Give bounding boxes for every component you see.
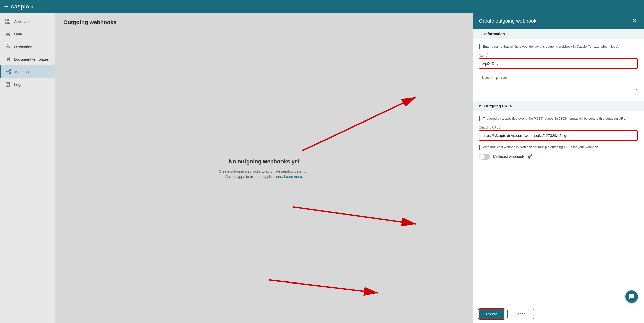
section-2-hint: Triggered by a specified event, the POST… — [479, 116, 638, 121]
url-field-group: Outgoing URL 1* — [479, 125, 638, 141]
sidebar-item-directories[interactable]: Directories — [0, 40, 55, 53]
logs-icon — [5, 82, 11, 87]
section-2-label: Outgoing URLs — [484, 104, 512, 108]
name-input[interactable] — [479, 58, 638, 69]
multicast-hint: With multicast webhooks, you can set mul… — [479, 145, 638, 150]
svg-line-19 — [302, 97, 416, 151]
data-icon — [5, 31, 11, 37]
chat-button[interactable] — [625, 290, 638, 303]
section-2-header: 2. Outgoing URLs — [473, 101, 644, 111]
outgoing-url-input[interactable] — [479, 130, 638, 141]
svg-point-10 — [7, 71, 8, 72]
modal-close-button[interactable]: ✕ — [631, 17, 638, 25]
multicast-row: Multicast webhook 🚀 — [479, 154, 638, 160]
sidebar-label-directories: Directories — [14, 45, 32, 49]
url-field-label: Outgoing URL 1* — [479, 125, 638, 129]
svg-point-12 — [10, 73, 11, 74]
svg-rect-0 — [6, 19, 7, 21]
sidebar-item-webhooks[interactable]: Webhooks — [0, 65, 55, 78]
name-field-group: Name* — [479, 53, 638, 69]
sidebar: Applications Data Directories — [0, 13, 55, 323]
sidebar-label-logs: Logs — [14, 82, 22, 87]
rocket-icon: 🚀 — [527, 154, 532, 159]
modal-body: 1. Information Enter a name that will he… — [473, 29, 644, 305]
multicast-toggle[interactable] — [479, 154, 490, 160]
description-field-group — [479, 73, 638, 92]
sidebar-item-document-templates[interactable]: Document templates — [0, 53, 55, 65]
section-1-hint: Enter a name that will help you identify… — [479, 44, 638, 49]
cancel-button[interactable]: Cancel — [507, 309, 534, 319]
modal-panel: Create outgoing webhook ✕ 1. Information… — [473, 13, 644, 323]
section-1-content: Enter a name that will help you identify… — [473, 39, 644, 101]
multicast-label: Multicast webhook — [493, 154, 524, 159]
section-1-label: Information — [484, 32, 505, 36]
create-button[interactable]: Create — [479, 309, 504, 319]
section-2-content: Triggered by a specified event, the POST… — [473, 111, 644, 165]
svg-rect-3 — [8, 22, 10, 24]
arrows-overlay — [55, 13, 473, 323]
section-1-number: 1. — [479, 32, 482, 36]
sidebar-item-logs[interactable]: Logs — [0, 78, 55, 91]
svg-point-5 — [7, 45, 9, 47]
sidebar-label-data: Data — [14, 32, 22, 36]
section-2-number: 2. — [479, 104, 482, 108]
svg-rect-2 — [6, 22, 7, 24]
logo: caspio ❋ — [11, 3, 34, 10]
section-1-header: 1. Information — [473, 29, 644, 39]
description-input[interactable] — [479, 73, 638, 91]
content-area: Outgoing webhooks No outgoing webhooks y… — [55, 13, 473, 323]
svg-point-4 — [6, 32, 10, 33]
sidebar-label-applications: Applications — [14, 19, 34, 24]
svg-line-20 — [293, 207, 416, 224]
main-layout: Applications Data Directories — [0, 13, 644, 323]
doc-icon — [5, 56, 11, 62]
modal-title: Create outgoing webhook — [479, 18, 536, 24]
svg-rect-1 — [8, 19, 10, 21]
toggle-knob — [479, 154, 485, 159]
modal-header: Create outgoing webhook ✕ — [473, 13, 644, 29]
hamburger-icon[interactable]: ☰ — [4, 4, 8, 9]
sidebar-item-data[interactable]: Data — [0, 28, 55, 40]
sidebar-label-webhooks: Webhooks — [15, 70, 33, 74]
logo-dots: ❋ — [31, 5, 34, 9]
svg-rect-13 — [6, 82, 10, 86]
name-field-label: Name* — [479, 53, 638, 57]
svg-line-21 — [269, 280, 378, 293]
modal-footer: Create Cancel — [473, 305, 644, 323]
directories-icon — [5, 44, 11, 49]
applications-icon — [5, 19, 11, 24]
sidebar-item-applications[interactable]: Applications — [0, 15, 55, 28]
svg-point-11 — [10, 70, 11, 71]
webhooks-icon — [6, 69, 11, 74]
top-header: ☰ caspio ❋ — [0, 0, 644, 13]
sidebar-label-doc-templates: Document templates — [14, 57, 49, 61]
